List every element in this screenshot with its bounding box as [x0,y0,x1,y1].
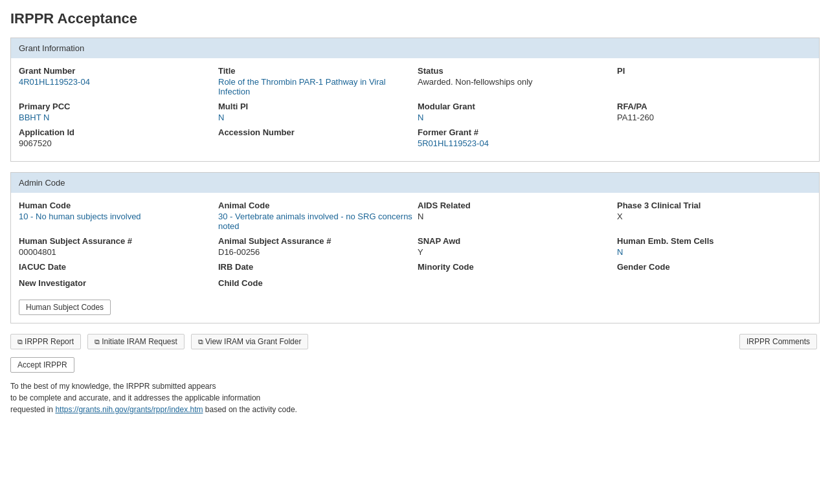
accession-field: Accession Number [218,127,412,148]
actions-row: IRPPR Report Initiate IRAM Request View … [10,334,820,349]
rfa-pa-label: RFA/PA [617,102,811,111]
human-subject-assurance-field: Human Subject Assurance # 00004801 [19,236,213,257]
note-line4: based on the activity code. [203,405,297,414]
multi-pi-field: Multi PI N [218,102,412,122]
admin-section-header: Admin Code [11,173,819,193]
former-grant-value: 5R01HL119523-04 [418,138,612,148]
accession-label: Accession Number [218,127,412,137]
gender-code-field: Gender Code [617,262,811,273]
snap-awd-value: Y [418,247,612,257]
snap-awd-label: SNAP Awd [418,236,612,246]
status-field: Status Awarded. Non-fellowships only [418,66,612,96]
human-subject-codes-btn-row: Human Subject Codes [19,300,811,315]
new-investigator-field: New Investigator [19,278,213,289]
view-iram-button[interactable]: View IRAM via Grant Folder [191,334,309,349]
animal-subject-assurance-label: Animal Subject Assurance # [218,236,412,246]
page-title: IRPPR Acceptance [10,10,820,27]
title-field: Title Role of the Thrombin PAR-1 Pathway… [218,66,412,96]
modular-grant-field: Modular Grant N [418,102,612,122]
animal-code-value: 30 - Vertebrate animals involved - no SR… [218,212,412,231]
irb-date-label: IRB Date [218,262,412,272]
human-subject-assurance-value: 00004801 [19,247,213,257]
phase3-value: X [617,212,811,221]
former-grant-label: Former Grant # [418,127,612,137]
grant-section-header: Grant Information [11,38,819,58]
note-line1: To the best of my knowledge, the IRPPR s… [10,382,216,391]
irb-date-field: IRB Date [218,262,412,273]
iacuc-date-field: IACUC Date [19,262,213,273]
admin-code-section: Admin Code Human Code 10 - No human subj… [10,172,820,323]
modular-grant-value: N [418,113,612,122]
phase3-label: Phase 3 Clinical Trial [617,201,811,210]
human-code-value: 10 - No human subjects involved [19,212,213,221]
note-line2: to be complete and accurate, and it addr… [10,393,260,402]
human-subject-assurance-label: Human Subject Assurance # [19,236,213,246]
app-id-value: 9067520 [19,138,213,148]
animal-code-label: Animal Code [218,201,412,210]
human-code-label: Human Code [19,201,213,210]
title-value: Role of the Thrombin PAR-1 Pathway in Vi… [218,77,412,96]
filler-field [617,127,811,148]
rfa-pa-field: RFA/PA PA11-260 [617,102,811,122]
multi-pi-label: Multi PI [218,102,412,111]
child-code-label: Child Code [218,278,412,288]
primary-pcc-value: BBHT N [19,113,213,122]
animal-code-field: Animal Code 30 - Vertebrate animals invo… [218,201,412,231]
pi-field: PI [617,66,811,96]
accept-irppr-button[interactable]: Accept IRPPR [10,357,74,373]
snap-awd-field: SNAP Awd Y [418,236,612,257]
note-text: To the best of my knowledge, the IRPPR s… [10,380,820,415]
title-label: Title [218,66,412,76]
child-code-field: Child Code [218,278,412,289]
primary-pcc-label: Primary PCC [19,102,213,111]
animal-subject-assurance-field: Animal Subject Assurance # D16-00256 [218,236,412,257]
irppr-report-button[interactable]: IRPPR Report [10,334,81,349]
aids-related-label: AIDS Related [418,201,612,210]
minority-code-field: Minority Code [418,262,612,273]
app-id-label: Application Id [19,127,213,137]
iacuc-date-label: IACUC Date [19,262,213,272]
grant-information-section: Grant Information Grant Number 4R01HL119… [10,38,820,162]
initiate-iram-button[interactable]: Initiate IRAM Request [87,334,185,349]
status-label: Status [418,66,612,76]
rfa-pa-value: PA11-260 [617,113,811,122]
human-emb-label: Human Emb. Stem Cells [617,236,811,246]
note-link[interactable]: https://grants.nih.gov/grants/rppr/index… [55,405,203,414]
human-emb-field: Human Emb. Stem Cells N [617,236,811,257]
former-grant-field: Former Grant # 5R01HL119523-04 [418,127,612,148]
status-value: Awarded. Non-fellowships only [418,77,612,87]
irppr-comments-button[interactable]: IRPPR Comments [739,334,817,349]
human-code-field: Human Code 10 - No human subjects involv… [19,201,213,231]
aids-related-value: N [418,212,612,221]
grant-number-field: Grant Number 4R01HL119523-04 [19,66,213,96]
human-emb-value: N [617,247,811,257]
grant-number-label: Grant Number [19,66,213,76]
pi-label: PI [617,66,811,76]
animal-subject-assurance-value: D16-00256 [218,247,412,257]
aids-related-field: AIDS Related N [418,201,612,231]
grant-number-value: 4R01HL119523-04 [19,77,213,87]
human-subject-codes-button[interactable]: Human Subject Codes [19,300,111,315]
phase3-field: Phase 3 Clinical Trial X [617,201,811,231]
minority-code-label: Minority Code [418,262,612,272]
note-line3: requested in [10,405,55,414]
gender-code-label: Gender Code [617,262,811,272]
app-id-field: Application Id 9067520 [19,127,213,148]
multi-pi-value: N [218,113,412,122]
new-investigator-label: New Investigator [19,278,213,288]
modular-grant-label: Modular Grant [418,102,612,111]
primary-pcc-field: Primary PCC BBHT N [19,102,213,122]
accept-row: Accept IRPPR [10,357,820,373]
